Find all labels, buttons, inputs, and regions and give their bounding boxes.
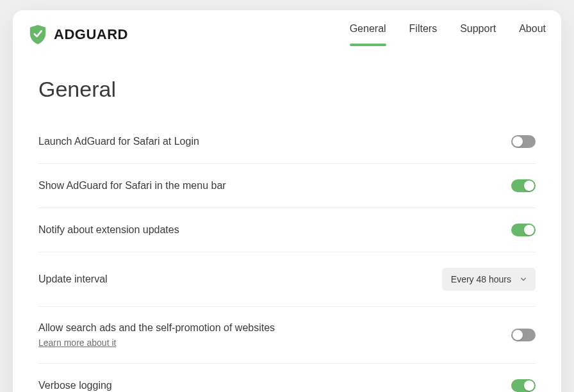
tab-general[interactable]: General bbox=[350, 23, 386, 46]
page-title: General bbox=[38, 77, 536, 102]
toggle-knob bbox=[524, 181, 534, 191]
tab-about[interactable]: About bbox=[519, 23, 546, 46]
header: ADGUARD General Filters Support About bbox=[13, 10, 561, 46]
chevron-down-icon bbox=[520, 276, 527, 282]
toggle-knob bbox=[512, 136, 523, 147]
label-launch-at-login: Launch AdGuard for Safari at Login bbox=[38, 136, 199, 147]
tab-support[interactable]: Support bbox=[460, 23, 496, 46]
toggle-allow-search-ads[interactable] bbox=[511, 329, 536, 341]
toggle-verbose-logging[interactable] bbox=[511, 379, 536, 392]
row-show-menu-bar: Show AdGuard for Safari in the menu bar bbox=[38, 164, 536, 208]
toggle-notify-updates[interactable] bbox=[511, 224, 536, 236]
row-notify-updates: Notify about extension updates bbox=[38, 208, 536, 252]
row-launch-at-login: Launch AdGuard for Safari at Login bbox=[38, 120, 536, 164]
dropdown-update-interval[interactable]: Every 48 hours bbox=[442, 268, 536, 291]
toggle-knob bbox=[524, 225, 534, 235]
label-verbose-logging: Verbose logging bbox=[38, 380, 112, 391]
nav-tabs: General Filters Support About bbox=[350, 23, 546, 46]
shield-icon bbox=[28, 24, 47, 45]
content: General Launch AdGuard for Safari at Log… bbox=[13, 46, 561, 392]
row-verbose-logging: Verbose logging bbox=[38, 364, 536, 392]
brand: ADGUARD bbox=[28, 24, 128, 45]
link-learn-more[interactable]: Learn more about it bbox=[38, 338, 116, 348]
settings-window: ADGUARD General Filters Support About Ge… bbox=[13, 10, 561, 392]
toggle-knob bbox=[524, 380, 534, 391]
toggle-launch-at-login[interactable] bbox=[511, 135, 536, 148]
label-show-menu-bar: Show AdGuard for Safari in the menu bar bbox=[38, 180, 226, 192]
row-update-interval: Update interval Every 48 hours bbox=[38, 252, 536, 307]
tab-filters[interactable]: Filters bbox=[409, 23, 438, 46]
toggle-knob bbox=[512, 330, 523, 340]
row-allow-search-ads: Allow search ads and the self-promotion … bbox=[38, 307, 536, 364]
label-notify-updates: Notify about extension updates bbox=[38, 224, 179, 236]
label-allow-search-ads: Allow search ads and the self-promotion … bbox=[38, 322, 275, 334]
brand-name: ADGUARD bbox=[54, 26, 128, 43]
dropdown-selected: Every 48 hours bbox=[451, 274, 511, 284]
toggle-show-menu-bar[interactable] bbox=[511, 179, 536, 192]
label-update-interval: Update interval bbox=[38, 274, 108, 285]
